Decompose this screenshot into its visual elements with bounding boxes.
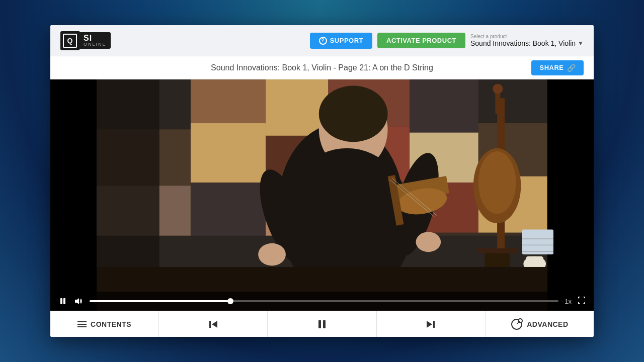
nav-next[interactable] [377, 311, 486, 337]
page-title: Sound Innovations: Book 1, Violin - Page… [211, 63, 433, 72]
svg-rect-59 [323, 320, 326, 328]
svg-rect-1 [50, 79, 97, 311]
skip-forward-icon [425, 319, 436, 330]
nav-pause[interactable] [268, 311, 376, 337]
activate-product-button[interactable]: ACTIVATE PRODUCT [377, 33, 465, 48]
advanced-label: ADVANCED [527, 320, 568, 328]
hamburger-icon [77, 321, 87, 327]
svg-rect-5 [191, 79, 266, 123]
speed-label: 1x [565, 298, 572, 305]
fullscreen-button[interactable] [578, 296, 586, 306]
subtitle-bar: Sound Innovations: Book 1, Violin - Page… [50, 56, 594, 79]
svg-rect-60 [433, 321, 435, 328]
advanced-icon [511, 318, 523, 330]
svg-rect-54 [63, 298, 65, 304]
svg-rect-48 [522, 229, 553, 254]
volume-button[interactable] [73, 297, 84, 306]
pause-video-button[interactable] [58, 297, 67, 306]
svg-point-26 [319, 85, 388, 142]
support-button[interactable]: ? SUPPORT [310, 33, 372, 49]
svg-rect-17 [191, 183, 266, 236]
video-svg [50, 79, 594, 311]
progress-bar[interactable] [90, 300, 558, 302]
header-actions: ? SUPPORT ACTIVATE PRODUCT Select a prod… [310, 33, 584, 49]
svg-rect-23 [97, 79, 159, 280]
contents-label: CONTENTS [91, 320, 131, 328]
video-area: 1x [50, 79, 594, 311]
share-button[interactable]: SHARE 🔗 [531, 60, 584, 75]
video-controls: 1x [50, 292, 594, 311]
svg-rect-11 [191, 123, 266, 183]
online-text: ONLINE [84, 42, 107, 47]
svg-rect-53 [60, 298, 62, 304]
skip-back-icon [208, 319, 219, 330]
alfred-logo: Q [60, 31, 79, 50]
nav-prev[interactable] [159, 311, 268, 337]
dropdown-arrow-icon: ▼ [578, 40, 584, 47]
share-icon: 🔗 [567, 64, 576, 72]
progress-thumb [227, 298, 233, 304]
svg-point-31 [258, 243, 286, 266]
svg-marker-57 [212, 321, 217, 328]
si-online-logo: SI ONLINE [79, 32, 111, 49]
svg-point-40 [478, 151, 516, 214]
svg-rect-8 [410, 79, 478, 133]
svg-rect-6 [266, 79, 328, 136]
nav-advanced[interactable]: ADVANCED [486, 311, 594, 337]
select-label: Select a product [470, 34, 507, 39]
svg-rect-9 [478, 79, 547, 123]
support-icon: ? [319, 37, 327, 45]
progress-fill [90, 300, 230, 302]
product-selector[interactable]: Select a product Sound Innovations: Book… [470, 34, 584, 47]
logo-area: Q SI ONLINE [60, 31, 111, 50]
nav-contents[interactable]: CONTENTS [50, 311, 159, 337]
alfred-logo-q: Q [67, 37, 73, 45]
bottom-nav: CONTENTS ADVANCED [50, 311, 594, 337]
product-name: Sound Innovations: Book 1, Violin [470, 39, 576, 47]
svg-rect-2 [547, 79, 594, 311]
svg-point-32 [416, 232, 441, 252]
svg-marker-55 [75, 298, 79, 304]
svg-rect-56 [209, 321, 211, 328]
svg-marker-61 [427, 321, 432, 328]
product-dropdown[interactable]: Sound Innovations: Book 1, Violin ▼ [470, 39, 584, 47]
svg-rect-41 [477, 248, 518, 253]
pause-icon [316, 319, 328, 330]
svg-point-44 [493, 84, 503, 94]
video-scene [50, 79, 594, 311]
svg-rect-58 [318, 320, 321, 328]
si-text: SI [84, 34, 92, 42]
app-window: Q SI ONLINE ? SUPPORT ACTIVATE PRODUCT S… [50, 25, 594, 337]
header: Q SI ONLINE ? SUPPORT ACTIVATE PRODUCT S… [50, 25, 594, 56]
